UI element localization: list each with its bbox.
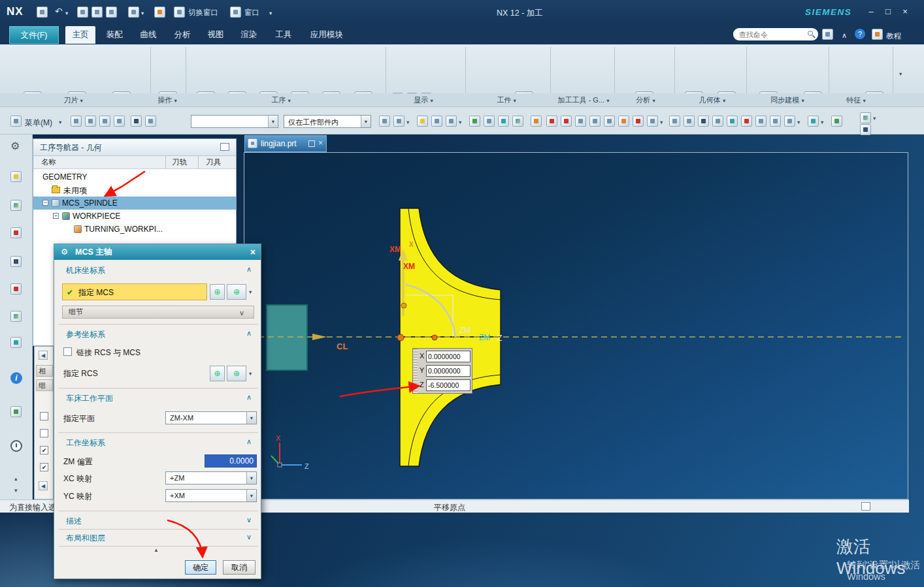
toolbar-icon[interactable] [770,116,781,127]
tab-curve[interactable]: 曲线 [133,26,163,44]
group-label-feature[interactable]: 特征 ▾ [817,95,895,105]
snap-icon[interactable] [99,116,110,127]
tab-render[interactable]: 渲染 [234,26,264,44]
scroll-up-icon[interactable]: ▴ [14,475,18,482]
reuse-library-icon[interactable] [10,256,22,267]
tab-home[interactable]: 主页 [65,26,95,44]
cancel-button[interactable]: 取消 [223,560,256,575]
chevron-up-icon[interactable]: ∧ [246,329,252,338]
plane-dropdown[interactable]: ZM-XM▾ [165,411,257,424]
tree-row-mcs-spindle[interactable]: − MCS_SPINDLE [33,197,236,210]
toolbar-caret-icon[interactable]: ▾ [873,115,876,121]
ribbon-overflow-caret-icon[interactable]: ▾ [899,71,902,77]
selection-filter-combobox[interactable]: ▾ [191,115,278,128]
history-icon[interactable] [10,440,22,452]
toolbar-icon[interactable] [393,116,404,127]
tree-row-workpiece[interactable]: − WORKPIECE [33,210,236,223]
window-icon[interactable] [230,7,241,18]
related-section-bar[interactable]: 相关 [36,365,53,377]
drag-handle[interactable] [413,349,418,393]
rcs-dialog-button[interactable]: ⊕ [210,366,225,381]
tab-analysis[interactable]: 分析 [167,26,197,44]
info-icon[interactable]: i [10,372,22,384]
edit-icon[interactable] [741,116,752,127]
search-icon[interactable] [808,31,813,36]
toolbar-icon[interactable] [604,116,615,127]
y-coord-input[interactable]: 0.0000000 [426,365,470,377]
axis-handle[interactable] [401,303,406,308]
ok-button[interactable]: 确定 [185,560,216,575]
tab-application[interactable]: 应用模块 [302,26,352,44]
collapse-expander-icon[interactable]: − [53,213,59,219]
menu-button[interactable]: 菜单(M) [25,118,52,129]
column-name[interactable]: 名称 [41,157,56,167]
command-finder-icon[interactable] [154,7,165,18]
annotation-pencil-icon[interactable] [546,116,557,127]
scroll-down-icon[interactable]: ▾ [14,487,18,494]
tutorial-icon[interactable] [872,29,883,40]
undo-caret-icon[interactable]: ▾ [65,10,68,16]
window-label[interactable]: 窗口 [244,8,259,18]
toolbar-icon[interactable] [669,116,680,127]
tab-file[interactable]: 文件(F) [9,26,59,44]
toolbar-icon[interactable] [831,116,842,127]
toolbar-icon[interactable] [684,116,695,127]
chevron-up-icon[interactable]: ∧ [246,393,252,402]
zm-offset-input[interactable]: 0.0000 [205,454,257,468]
dialog-title-bar[interactable]: ⚙ MCS 主轴 × [54,244,261,260]
xc-map-dropdown[interactable]: +ZM▾ [165,471,257,484]
cut-icon[interactable] [77,7,88,18]
toolbar-caret-icon[interactable]: ▾ [821,119,823,125]
maximize-button[interactable]: □ [881,5,895,18]
tab-tools[interactable]: 工具 [269,26,298,44]
toolbar-icon[interactable] [647,116,658,127]
gear-icon[interactable]: ⚙ [10,140,20,152]
csys-options-button[interactable]: ⊕ [227,284,246,300]
collapse-panel-icon[interactable]: ◀ [39,351,48,360]
option-checkbox[interactable] [40,429,48,437]
tutorial-label[interactable]: 教程 [886,31,901,41]
close-button[interactable]: × [898,5,912,18]
column-tool[interactable]: 刀具 [206,157,221,167]
toolbar-caret-icon[interactable]: ▾ [660,119,663,125]
detach-tab-icon[interactable] [308,140,315,147]
toolbar-icon[interactable] [755,116,767,127]
section-work-csys[interactable]: 工作坐标系 [66,437,105,449]
screenshot-icon[interactable] [712,116,723,127]
details-collapse-bar[interactable]: 细节 ∨ [62,306,254,319]
section-layout-layers[interactable]: 布局和图层 [66,533,105,544]
z-coord-input[interactable]: -6.500000 [426,379,470,391]
switch-window-label[interactable]: 切换窗口 [188,8,218,18]
palette-icon[interactable] [10,337,22,348]
details-section-bar[interactable]: 细节 [36,379,53,391]
tree-row-geometry[interactable]: GEOMETRY [33,170,236,183]
section-ref-csys[interactable]: 参考坐标系 [66,329,105,340]
float-panel-icon[interactable] [220,143,229,151]
dialog-close-icon[interactable]: × [250,244,256,260]
column-toolpath[interactable]: 刀轨 [172,157,187,167]
link-rcs-label[interactable]: 链接 RCS 与 MCS [76,347,140,358]
csys-options-caret-icon[interactable]: ▾ [249,289,252,295]
group-label-sync-modeling[interactable]: 同步建模 ▾ [748,95,827,105]
menu-caret-icon[interactable]: ▾ [59,119,61,125]
snap-icon[interactable] [145,116,156,127]
tree-row-turning-workpiece[interactable]: TURNING_WORKPI... [33,223,236,236]
paste-icon[interactable] [106,7,117,18]
toolbar-icon[interactable] [379,116,390,127]
group-label-display[interactable]: 显示 ▾ [384,95,463,105]
group-label-operation[interactable]: 操作 ▾ [128,95,206,105]
graphics-viewport[interactable]: XM X XM ZM ZM Z CL X Z [244,152,908,500]
chevron-up-icon[interactable]: ∧ [246,265,252,274]
chevron-down-icon[interactable]: ∨ [246,516,252,524]
toolbar-caret-icon[interactable]: ▾ [797,119,800,125]
option-checkbox[interactable]: ✔ [40,446,48,454]
toolbar-icon[interactable] [417,116,428,127]
specify-mcs-field[interactable]: ✔ 指定 MCS [62,283,207,300]
dynamic-coordinate-box[interactable]: X 0.0000000 Y 0.0000000 Z -6.500000 [412,348,472,394]
section-description[interactable]: 描述 [66,516,82,527]
group-label-insert[interactable]: 刀片 ▾ [34,95,112,105]
table-icon[interactable] [784,116,795,127]
collapse-panel-icon[interactable]: ◀ [39,481,48,490]
group-label-process[interactable]: 工序 ▾ [242,95,320,105]
hd3d-tools-icon[interactable] [10,283,22,294]
